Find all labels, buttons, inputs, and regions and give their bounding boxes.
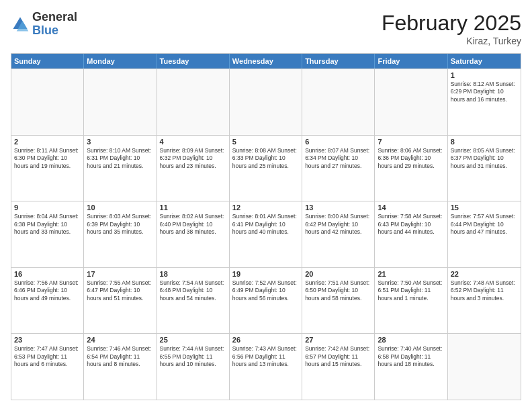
day-cell-23: 23Sunrise: 7:47 AM Sunset: 6:53 PM Dayli… (11, 334, 84, 400)
day-number: 26 (232, 336, 299, 344)
empty-cell-0-1 (84, 69, 157, 135)
calendar-row-4: 23Sunrise: 7:47 AM Sunset: 6:53 PM Dayli… (11, 333, 521, 400)
day-info: Sunrise: 8:04 AM Sunset: 6:38 PM Dayligh… (14, 213, 81, 236)
day-number: 7 (378, 138, 444, 146)
month-title: February 2025 (382, 11, 521, 36)
day-number: 18 (160, 270, 226, 278)
day-number: 1 (451, 71, 518, 79)
day-number: 14 (378, 203, 444, 212)
weekday-header-tuesday: Tuesday (157, 54, 230, 68)
day-cell-16: 16Sunrise: 7:56 AM Sunset: 6:46 PM Dayli… (11, 268, 84, 334)
weekday-header-thursday: Thursday (302, 54, 375, 68)
day-cell-3: 3Sunrise: 8:10 AM Sunset: 6:31 PM Daylig… (84, 136, 157, 201)
day-cell-27: 27Sunrise: 7:42 AM Sunset: 6:57 PM Dayli… (302, 334, 375, 400)
day-cell-8: 8Sunrise: 8:05 AM Sunset: 6:37 PM Daylig… (448, 136, 521, 201)
day-info: Sunrise: 8:08 AM Sunset: 6:33 PM Dayligh… (232, 147, 299, 170)
calendar-row-0: 1Sunrise: 8:12 AM Sunset: 6:29 PM Daylig… (11, 68, 521, 135)
day-number: 12 (232, 203, 299, 212)
logo-general-text: General (32, 11, 77, 24)
day-number: 4 (160, 138, 226, 146)
day-info: Sunrise: 7:42 AM Sunset: 6:57 PM Dayligh… (305, 345, 371, 368)
day-number: 28 (378, 336, 444, 344)
day-cell-25: 25Sunrise: 7:44 AM Sunset: 6:55 PM Dayli… (157, 334, 230, 400)
day-info: Sunrise: 7:44 AM Sunset: 6:55 PM Dayligh… (160, 345, 226, 368)
day-info: Sunrise: 7:47 AM Sunset: 6:53 PM Dayligh… (14, 345, 81, 368)
logo-text: General Blue (32, 11, 77, 38)
calendar-body: 1Sunrise: 8:12 AM Sunset: 6:29 PM Daylig… (11, 68, 521, 400)
day-number: 23 (14, 336, 81, 344)
calendar-row-2: 9Sunrise: 8:04 AM Sunset: 6:38 PM Daylig… (11, 201, 521, 267)
day-info: Sunrise: 8:10 AM Sunset: 6:31 PM Dayligh… (87, 147, 153, 170)
title-section: February 2025 Kiraz, Turkey (382, 11, 521, 46)
day-info: Sunrise: 7:40 AM Sunset: 6:58 PM Dayligh… (378, 345, 444, 368)
day-cell-17: 17Sunrise: 7:55 AM Sunset: 6:47 PM Dayli… (84, 268, 157, 334)
day-cell-10: 10Sunrise: 8:03 AM Sunset: 6:39 PM Dayli… (84, 201, 157, 267)
day-cell-2: 2Sunrise: 8:11 AM Sunset: 6:30 PM Daylig… (11, 136, 84, 201)
logo-icon (11, 15, 30, 34)
day-number: 24 (87, 336, 153, 344)
day-info: Sunrise: 8:02 AM Sunset: 6:40 PM Dayligh… (160, 213, 226, 236)
header: General Blue February 2025 Kiraz, Turkey (11, 11, 521, 46)
day-number: 3 (87, 138, 153, 146)
day-cell-6: 6Sunrise: 8:07 AM Sunset: 6:34 PM Daylig… (302, 136, 375, 201)
weekday-header-wednesday: Wednesday (230, 54, 302, 68)
weekday-header-friday: Friday (375, 54, 447, 68)
day-info: Sunrise: 8:11 AM Sunset: 6:30 PM Dayligh… (14, 147, 81, 170)
day-cell-18: 18Sunrise: 7:54 AM Sunset: 6:48 PM Dayli… (157, 268, 230, 334)
logo: General Blue (11, 11, 77, 38)
day-info: Sunrise: 7:52 AM Sunset: 6:49 PM Dayligh… (232, 279, 299, 302)
day-cell-5: 5Sunrise: 8:08 AM Sunset: 6:33 PM Daylig… (230, 136, 302, 201)
day-info: Sunrise: 7:58 AM Sunset: 6:43 PM Dayligh… (378, 213, 444, 236)
logo-blue-text: Blue (32, 24, 77, 38)
day-number: 19 (232, 270, 299, 278)
day-cell-9: 9Sunrise: 8:04 AM Sunset: 6:38 PM Daylig… (11, 201, 84, 267)
day-info: Sunrise: 7:46 AM Sunset: 6:54 PM Dayligh… (87, 345, 153, 368)
day-number: 22 (451, 270, 518, 278)
day-info: Sunrise: 7:43 AM Sunset: 6:56 PM Dayligh… (232, 345, 299, 368)
calendar-header: SundayMondayTuesdayWednesdayThursdayFrid… (11, 54, 521, 68)
day-info: Sunrise: 8:00 AM Sunset: 6:42 PM Dayligh… (305, 213, 371, 236)
day-cell-24: 24Sunrise: 7:46 AM Sunset: 6:54 PM Dayli… (84, 334, 157, 400)
day-cell-11: 11Sunrise: 8:02 AM Sunset: 6:40 PM Dayli… (157, 201, 230, 267)
day-info: Sunrise: 7:50 AM Sunset: 6:51 PM Dayligh… (378, 279, 444, 302)
day-info: Sunrise: 8:09 AM Sunset: 6:32 PM Dayligh… (160, 147, 226, 170)
day-info: Sunrise: 8:03 AM Sunset: 6:39 PM Dayligh… (87, 213, 153, 236)
day-number: 11 (160, 203, 226, 212)
day-number: 2 (14, 138, 81, 146)
weekday-header-saturday: Saturday (448, 54, 521, 68)
empty-cell-0-2 (157, 69, 230, 135)
location: Kiraz, Turkey (382, 36, 521, 46)
weekday-header-monday: Monday (84, 54, 157, 68)
day-cell-21: 21Sunrise: 7:50 AM Sunset: 6:51 PM Dayli… (375, 268, 447, 334)
day-cell-7: 7Sunrise: 8:06 AM Sunset: 6:36 PM Daylig… (375, 136, 447, 201)
day-info: Sunrise: 8:01 AM Sunset: 6:41 PM Dayligh… (232, 213, 299, 236)
day-number: 9 (14, 203, 81, 212)
empty-cell-0-4 (302, 69, 375, 135)
weekday-header-sunday: Sunday (11, 54, 84, 68)
day-number: 20 (305, 270, 371, 278)
day-number: 15 (451, 203, 518, 212)
day-cell-20: 20Sunrise: 7:51 AM Sunset: 6:50 PM Dayli… (302, 268, 375, 334)
page: General Blue February 2025 Kiraz, Turkey… (0, 0, 532, 411)
day-cell-28: 28Sunrise: 7:40 AM Sunset: 6:58 PM Dayli… (375, 334, 447, 400)
day-info: Sunrise: 7:51 AM Sunset: 6:50 PM Dayligh… (305, 279, 371, 302)
day-number: 25 (160, 336, 226, 344)
empty-cell-4-6 (448, 334, 521, 400)
day-info: Sunrise: 7:54 AM Sunset: 6:48 PM Dayligh… (160, 279, 226, 302)
day-cell-15: 15Sunrise: 7:57 AM Sunset: 6:44 PM Dayli… (448, 201, 521, 267)
day-number: 16 (14, 270, 81, 278)
day-number: 17 (87, 270, 153, 278)
day-number: 13 (305, 203, 371, 212)
day-cell-22: 22Sunrise: 7:48 AM Sunset: 6:52 PM Dayli… (448, 268, 521, 334)
day-info: Sunrise: 7:56 AM Sunset: 6:46 PM Dayligh… (14, 279, 81, 302)
day-number: 5 (232, 138, 299, 146)
day-info: Sunrise: 8:06 AM Sunset: 6:36 PM Dayligh… (378, 147, 444, 170)
empty-cell-0-3 (230, 69, 302, 135)
day-number: 8 (451, 138, 518, 146)
day-cell-13: 13Sunrise: 8:00 AM Sunset: 6:42 PM Dayli… (302, 201, 375, 267)
day-cell-19: 19Sunrise: 7:52 AM Sunset: 6:49 PM Dayli… (230, 268, 302, 334)
day-number: 27 (305, 336, 371, 344)
calendar-row-1: 2Sunrise: 8:11 AM Sunset: 6:30 PM Daylig… (11, 135, 521, 201)
empty-cell-0-0 (11, 69, 84, 135)
day-info: Sunrise: 8:05 AM Sunset: 6:37 PM Dayligh… (451, 147, 518, 170)
